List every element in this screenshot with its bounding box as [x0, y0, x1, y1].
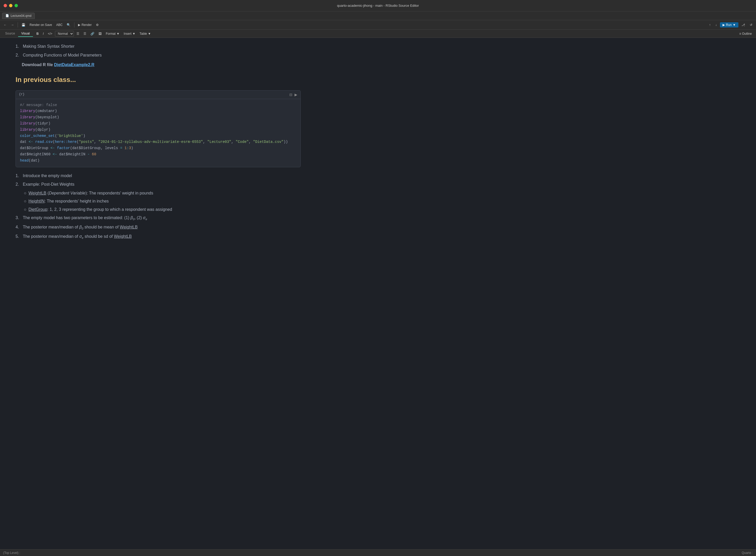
outline-button[interactable]: ≡ Outline	[737, 31, 754, 36]
code-minimize-btn[interactable]: ⊟	[289, 93, 292, 97]
outline-icon: ≡	[740, 32, 741, 36]
run-button[interactable]: ▶ Run ▼	[720, 22, 739, 28]
code-line-4: library(tidyr)	[20, 120, 296, 127]
run-label: Run	[726, 23, 732, 27]
separator-2	[74, 22, 74, 28]
status-bar: (Top Level) : Quarto :	[0, 549, 756, 556]
back-button[interactable]: ←	[2, 22, 8, 28]
run-dropdown-icon: ▼	[733, 23, 736, 27]
code-button[interactable]: </>	[46, 31, 54, 36]
list-item: 1. Making Stan Syntax Shorter	[15, 43, 301, 50]
search-button[interactable]: 🔍	[65, 22, 72, 28]
tab-bar: 📄 Lecture04.qmd	[0, 11, 756, 20]
ordered-list-button[interactable]: ☰	[82, 31, 88, 36]
mode-toolbar: Source Visual B I </> Normal ☰ ☰ 🔗 🖼 For…	[0, 30, 756, 38]
code-line-3: library(bayesplot)	[20, 114, 296, 120]
list-number: 2.	[15, 181, 21, 188]
render-icon: ▶	[78, 23, 80, 27]
list-button[interactable]: ☰	[75, 31, 81, 36]
list-item-text: Making Stan Syntax Shorter	[23, 43, 74, 50]
list-item-text: The posterior mean/median of β0 should b…	[23, 224, 138, 231]
bullet-text: DietGroup: 1, 2, 3 representing the grou…	[29, 206, 172, 213]
bullet-text: HeightIN: The respondents' height in inc…	[29, 198, 109, 205]
download-text: Download R file	[22, 63, 53, 67]
style-dropdown[interactable]: Normal	[55, 31, 74, 37]
table-dropdown-btn[interactable]: Table ▼	[138, 31, 152, 36]
bold-button[interactable]: B	[35, 31, 40, 36]
link-button[interactable]: 🔗	[89, 31, 96, 36]
window-title: quarto-academic-jihong - main - RStudio …	[337, 4, 419, 7]
tab-source[interactable]: Source	[2, 31, 18, 37]
code-run-btn[interactable]: ▶	[294, 93, 297, 97]
bullet-text: WeightLB (Dependent Variable): The respo…	[29, 190, 153, 197]
italic-button[interactable]: I	[41, 31, 45, 36]
source-control-button[interactable]: ⎇	[740, 22, 747, 28]
bullet-item: ○ DietGroup: 1, 2, 3 representing the gr…	[15, 206, 301, 213]
list-item: 2. Example: Post-Diet Weights	[15, 181, 301, 188]
code-line-2: library(cmdstanr)	[20, 108, 296, 114]
download-line: Download R file DietDataExample2.R	[15, 62, 301, 68]
code-line-10: head(dat)	[20, 158, 296, 164]
title-bar: quarto-academic-jihong - main - RStudio …	[0, 0, 756, 11]
section-heading: In previous class...	[15, 74, 301, 85]
bullet-marker: ○	[24, 206, 27, 213]
separator-1	[17, 22, 18, 28]
list-item-text: Computing Functions of Model Parameters	[23, 52, 102, 59]
format-dropdown-btn[interactable]: Format ▼	[104, 31, 121, 36]
list-item: 4. The posterior mean/median of β0 shoul…	[15, 224, 301, 231]
nav-down-button[interactable]: ↓	[714, 22, 718, 28]
file-tab-label: Lecture04.qmd	[11, 14, 31, 18]
close-button[interactable]	[4, 4, 7, 7]
spell-check-label: ABC	[56, 23, 63, 27]
render-on-save-button[interactable]: Render on Save	[28, 22, 54, 28]
list-item-text: The posterior mean/median of σe should b…	[23, 233, 132, 240]
list-number: 1.	[15, 43, 21, 50]
list-item: 2. Computing Functions of Model Paramete…	[15, 52, 301, 59]
status-right: Quarto :	[742, 551, 753, 555]
code-header: {r} ⊟ ▶	[16, 91, 300, 99]
download-link[interactable]: DietDataExample2.R	[54, 63, 94, 67]
code-line-9: dat$HeightIN60 <- dat$HeightIN - 60	[20, 151, 296, 158]
code-line-1: #/ message: false	[20, 102, 296, 108]
list-number: 2.	[15, 52, 21, 59]
list-item-text: Example: Post-Diet Weights	[23, 181, 74, 188]
refresh-button[interactable]: ↺	[748, 22, 754, 28]
save-button[interactable]: 💾	[20, 22, 27, 28]
list-number: 1.	[15, 172, 21, 179]
render-on-save-label: Render on Save	[30, 23, 52, 27]
code-actions: ⊟ ▶	[289, 93, 297, 97]
mode-toolbar-right: ≡ Outline	[737, 31, 754, 36]
render-button[interactable]: ▶ Render	[76, 22, 93, 28]
outline-label: Outline	[742, 32, 752, 36]
tab-visual[interactable]: Visual	[18, 31, 33, 37]
bullet-marker: ○	[24, 198, 27, 205]
bullet-item: ○ HeightIN: The respondents' height in i…	[15, 198, 301, 205]
toolbar-right: ↑ ↓ ▶ Run ▼ ⎇ ↺	[708, 22, 754, 28]
list-item: 1. Introduce the empty model	[15, 172, 301, 179]
file-tab[interactable]: 📄 Lecture04.qmd	[2, 13, 35, 19]
maximize-button[interactable]	[14, 4, 18, 7]
status-left: (Top Level) :	[3, 551, 20, 555]
nav-up-button[interactable]: ↑	[708, 22, 712, 28]
image-button[interactable]: 🖼	[97, 31, 103, 36]
minimize-button[interactable]	[9, 4, 12, 7]
list-item-text: Introduce the empty model	[23, 172, 72, 179]
forward-button[interactable]: →	[9, 22, 15, 28]
list-number: 3.	[15, 214, 21, 222]
code-line-5: library(dplyr)	[20, 127, 296, 133]
bullet-marker: ○	[24, 190, 27, 197]
insert-dropdown-btn[interactable]: Insert ▼	[122, 31, 137, 36]
traffic-lights	[4, 4, 18, 7]
bullet-item: ○ WeightLB (Dependent Variable): The res…	[15, 190, 301, 197]
save-icon: 💾	[22, 23, 26, 27]
code-block: {r} ⊟ ▶ #/ message: false library(cmdsta…	[15, 90, 301, 167]
code-body: #/ message: false library(cmdstanr) libr…	[16, 99, 300, 167]
search-icon: 🔍	[67, 23, 71, 27]
file-icon: 📄	[5, 14, 9, 18]
settings-button[interactable]: ⚙	[94, 22, 100, 28]
settings-icon: ⚙	[96, 23, 99, 27]
toolbar: ← → 💾 Render on Save ABC 🔍 ▶ Render ⚙ ↑ …	[0, 20, 756, 30]
list-number: 4.	[15, 224, 21, 231]
spell-check-button[interactable]: ABC	[55, 22, 64, 28]
code-line-7: dat <- read.csv(here::here("posts", "202…	[20, 139, 296, 145]
